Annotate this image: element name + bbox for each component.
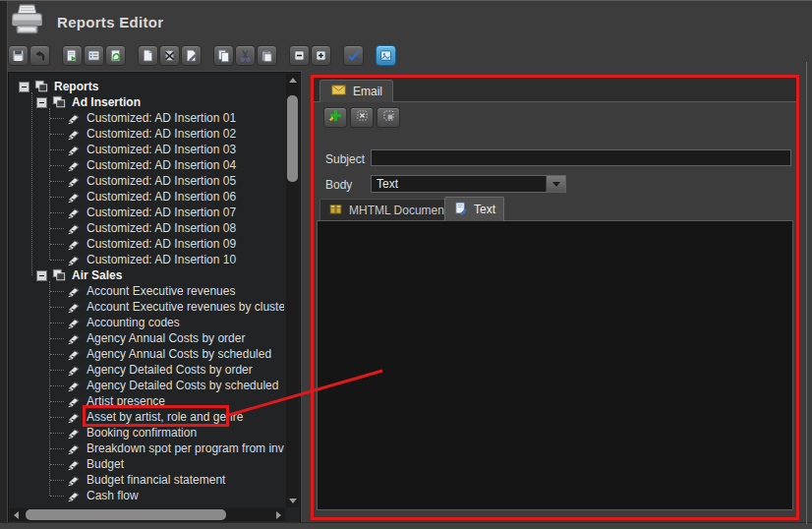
tree-item-label: Customized: AD Insertion 04 [87, 158, 236, 172]
paste-icon [260, 48, 274, 63]
page-x-icon [162, 48, 177, 63]
email-panel: Email Subject Body Text MHTML Document [311, 75, 799, 520]
tree-horizontal-scrollbar[interactable] [10, 508, 285, 521]
remove-body-button[interactable] [350, 107, 374, 128]
scroll-down-icon[interactable] [289, 499, 297, 503]
tree-connector [50, 401, 64, 402]
tree-connector [50, 480, 64, 481]
scroll-up-icon[interactable] [289, 78, 297, 83]
tree-item-label: Artist presence [87, 394, 165, 408]
report-icon [67, 441, 81, 455]
email-tabstrip: Email [314, 78, 796, 102]
tree-vertical-scrollbar[interactable] [286, 74, 299, 507]
report-icon [67, 300, 81, 314]
report-icon [67, 379, 81, 392]
window-bottom-edge [0, 522, 812, 529]
undo-icon [32, 48, 47, 63]
body-type-value: Text [372, 177, 546, 191]
tree-item-air-sales[interactable]: Air Sales [10, 267, 284, 283]
tree-item-reports[interactable]: Reports [10, 79, 284, 94]
tab-email[interactable]: Email [319, 80, 393, 102]
expand-all-button[interactable] [311, 45, 331, 66]
tab-mhtml-label: MHTML Document [349, 204, 447, 217]
remove-icon [355, 108, 370, 127]
report-icon [67, 127, 81, 141]
subject-input[interactable] [371, 149, 791, 166]
tree-connector [50, 134, 64, 135]
copy-icon [216, 48, 231, 63]
tree-item-label: Breakdown spot per program from invoice [87, 441, 284, 455]
report-icon [67, 363, 81, 377]
tree-connector [50, 417, 64, 418]
undo-button[interactable] [29, 45, 50, 66]
tree-item-label: Ad Insertion [72, 95, 141, 109]
report-icon [67, 410, 81, 424]
report-icon [67, 143, 81, 156]
export-report-button[interactable] [62, 45, 83, 66]
tab-text[interactable]: Text [444, 197, 504, 221]
email-body-editor[interactable] [317, 220, 793, 510]
tree-item-ad-insertion[interactable]: Ad Insertion [10, 94, 284, 110]
save-button[interactable] [8, 45, 29, 66]
tree-connector [49, 281, 50, 496]
page-icon [141, 48, 155, 63]
report-icon [67, 457, 81, 471]
tree-item-label: Customized: AD Insertion 02 [87, 127, 236, 141]
cut-button[interactable] [235, 45, 256, 66]
paste-button[interactable] [257, 45, 277, 66]
preview-button[interactable] [376, 45, 396, 66]
tree-item-label: Agency Annual Costs by order [87, 331, 245, 345]
folder-icon [52, 268, 66, 282]
report-icon [67, 206, 81, 219]
collapse-minus-icon[interactable] [36, 97, 47, 108]
report-properties-button[interactable] [84, 45, 104, 66]
edit-document-button[interactable] [181, 45, 202, 66]
tree-connector [50, 212, 64, 213]
subject-label: Subject [325, 152, 365, 166]
report-icon [67, 331, 81, 345]
collapse-all-button[interactable] [289, 45, 310, 66]
report-icon [67, 174, 81, 188]
copy-button[interactable] [213, 45, 234, 66]
vertical-scroll-thumb[interactable] [287, 95, 298, 182]
report-icon [67, 237, 81, 251]
tree-item-label: Customized: AD Insertion 08 [87, 221, 236, 235]
tree-item-label: Agency Detailed Costs by scheduled [87, 379, 278, 392]
delete-document-button[interactable] [159, 45, 180, 66]
chevron-down-icon[interactable] [546, 176, 565, 192]
tree-connector [50, 291, 64, 292]
body-options-button[interactable] [377, 107, 400, 128]
add-body-button[interactable] [323, 107, 347, 128]
body-type-select[interactable]: Text [371, 175, 566, 193]
tree-item-label: Reports [54, 80, 98, 93]
tree-connector [50, 370, 64, 371]
scroll-left-icon[interactable] [14, 511, 19, 519]
scroll-right-icon[interactable] [276, 511, 281, 519]
spell-check-button[interactable] [343, 45, 364, 66]
report-icon [67, 158, 81, 172]
folder-icon [34, 80, 48, 93]
tree-connector [50, 354, 64, 355]
report-icon [67, 489, 81, 502]
collapse-minus-icon[interactable] [19, 82, 29, 92]
tree-connector [50, 228, 64, 229]
horizontal-scroll-thumb[interactable] [26, 509, 226, 520]
minus-box-icon [292, 48, 307, 63]
tree-connector [50, 181, 64, 182]
plus-box-icon [314, 48, 328, 63]
tree-item-label: Cash flow [87, 489, 139, 502]
printer-icon [8, 4, 45, 40]
report-icon [67, 284, 81, 298]
tree-connector [50, 496, 64, 497]
tree-item-label: Account Executive revenues [87, 284, 235, 298]
report-icon [67, 221, 81, 235]
refresh-button[interactable] [105, 45, 126, 66]
new-document-button[interactable] [138, 45, 158, 66]
tab-mhtml-document[interactable]: MHTML Document [319, 199, 456, 220]
report-icon [67, 394, 81, 408]
collapse-minus-icon[interactable] [36, 270, 47, 281]
tree-item-label: Customized: AD Insertion 05 [87, 174, 236, 188]
tree-item-label: Customized: AD Insertion 07 [87, 206, 236, 219]
tree-connector [50, 464, 64, 465]
tree-connector [50, 149, 64, 150]
